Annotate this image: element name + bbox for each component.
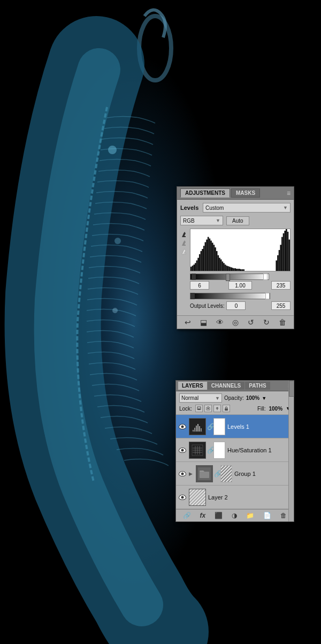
svg-rect-27 — [217, 255, 219, 271]
svg-rect-4 — [184, 236, 186, 237]
tab-channels[interactable]: CHANNELS — [208, 382, 245, 390]
auto-button[interactable]: Auto — [226, 216, 249, 225]
output-black-handle[interactable] — [190, 293, 195, 299]
layer-visibility-layer2[interactable] — [178, 493, 187, 502]
svg-rect-12 — [196, 261, 198, 271]
lock-row: Lock: Fill: 100% ▼ — [179, 405, 291, 412]
layer-item-layer2[interactable]: Layer 2 — [176, 486, 294, 509]
svg-rect-43 — [240, 269, 242, 271]
layer-visibility-group1[interactable] — [178, 469, 187, 478]
add-mask-button[interactable]: ⬛ — [215, 512, 223, 519]
lock-icons — [195, 405, 230, 412]
link-layers-button[interactable]: 🔗 — [183, 512, 191, 519]
visibility-icon[interactable]: 👁 — [216, 318, 224, 327]
lock-label: Lock: — [179, 406, 192, 412]
blend-row: Normal ▼ Opacity: 100% ▼ — [179, 393, 291, 403]
svg-rect-32 — [225, 264, 226, 271]
layer-visibility-levels1[interactable] — [178, 422, 187, 431]
layer-effects-button[interactable]: fx — [200, 512, 206, 519]
output-levels-slider[interactable] — [190, 293, 270, 299]
layer-thumb-group1 — [196, 465, 213, 482]
svg-rect-14 — [199, 254, 201, 271]
lock-all-button[interactable] — [223, 405, 230, 412]
svg-rect-45 — [243, 269, 244, 271]
white-eyedropper-button[interactable] — [180, 248, 188, 255]
svg-rect-51 — [283, 233, 285, 271]
input-levels-slider[interactable] — [190, 274, 269, 280]
lock-position-button[interactable] — [213, 405, 221, 412]
black-input-handle[interactable] — [192, 274, 196, 280]
layer-visibility-huesat1[interactable] — [178, 446, 187, 454]
layer-item-huesat1[interactable]: 🔗 Hue/Saturation 1 — [176, 438, 294, 462]
tab-adjustments[interactable]: ADJUSTMENTS — [180, 188, 230, 198]
fill-value[interactable]: 100% — [269, 406, 283, 412]
preset-dropdown[interactable]: Custom ▼ — [203, 203, 291, 213]
tab-masks[interactable]: MASKS — [231, 188, 260, 198]
layer-mask-group1 — [220, 465, 232, 482]
adjustments-panel-body: Levels Custom ▼ RGB ▼ Auto — [177, 200, 294, 315]
channel-value: RGB — [183, 218, 195, 224]
svg-rect-29 — [220, 260, 222, 271]
output-black-value[interactable] — [226, 301, 246, 310]
opacity-chevron-icon[interactable]: ▼ — [262, 396, 266, 401]
mid-input-handle[interactable] — [226, 274, 230, 281]
adjustments-panel: ADJUSTMENTS MASKS ≡ Levels Custom ▼ RGB … — [177, 186, 294, 329]
levels-label: Levels — [180, 204, 200, 211]
svg-rect-31 — [223, 263, 225, 271]
mid-input-value[interactable] — [228, 281, 252, 290]
svg-rect-24 — [213, 245, 215, 271]
layers-tabs: LAYERS CHANNELS PATHS — [178, 382, 270, 390]
svg-rect-52 — [284, 231, 286, 271]
black-input-value[interactable] — [190, 281, 209, 290]
channel-dropdown[interactable]: RGB ▼ — [180, 216, 223, 225]
output-slider-area — [180, 293, 291, 299]
svg-rect-37 — [232, 268, 233, 271]
svg-rect-25 — [215, 247, 216, 271]
lock-image-button[interactable] — [204, 405, 212, 412]
layer-item-group1[interactable]: ▶ 🔗 Group 1 — [176, 462, 294, 486]
svg-rect-44 — [242, 269, 243, 271]
gray-eyedropper-button[interactable] — [180, 239, 188, 247]
svg-rect-46 — [276, 261, 277, 271]
black-eyedropper-button[interactable] — [180, 231, 188, 238]
opacity-value[interactable]: 100% — [246, 395, 260, 401]
new-layer-button[interactable]: 📄 — [263, 512, 271, 519]
tab-layers[interactable]: LAYERS — [178, 382, 207, 390]
white-input-value[interactable] — [271, 281, 291, 290]
white-input-handle[interactable] — [263, 274, 268, 280]
histogram-svg — [190, 229, 290, 271]
redo-icon[interactable]: ↻ — [263, 318, 270, 327]
lock-transparent-button[interactable] — [195, 405, 203, 412]
svg-rect-16 — [202, 249, 203, 271]
tab-paths[interactable]: PATHS — [245, 382, 270, 390]
eye-icon-group1 — [179, 471, 186, 476]
undo-icon[interactable]: ↺ — [248, 318, 254, 327]
svg-rect-20 — [208, 237, 209, 271]
svg-rect-19 — [206, 240, 208, 271]
scrollbar-thumb[interactable] — [289, 381, 294, 397]
group-expand-icon[interactable]: ▶ — [189, 471, 193, 476]
group-thumb-svg — [198, 467, 211, 480]
output-white-handle[interactable] — [265, 293, 270, 299]
delete-layer-button[interactable]: 🗑 — [280, 512, 287, 519]
preview-icon[interactable]: ◎ — [232, 318, 239, 327]
new-group-button[interactable]: 📁 — [246, 512, 254, 519]
layer-link-icon-huesat: 🔗 — [207, 446, 212, 454]
svg-rect-41 — [238, 269, 239, 271]
layer-item-levels1[interactable]: 🔗 Levels 1 — [176, 415, 294, 438]
panel-menu-icon[interactable]: ≡ — [287, 190, 291, 197]
fill-content-button[interactable]: ◑ — [232, 512, 237, 519]
blend-mode-dropdown[interactable]: Normal ▼ — [179, 393, 222, 403]
eyedropper-tools — [180, 229, 188, 271]
svg-rect-49 — [280, 245, 281, 271]
layer-thumb-layer2 — [189, 489, 206, 506]
reset-icon[interactable]: ↩ — [185, 318, 191, 327]
output-white-value[interactable] — [271, 301, 291, 310]
svg-rect-35 — [229, 267, 231, 271]
layers-scrollbar[interactable] — [288, 381, 294, 521]
delete-icon[interactable]: 🗑 — [279, 318, 286, 327]
svg-rect-36 — [230, 267, 232, 271]
clip-bottom-icon[interactable]: ⬓ — [200, 318, 207, 327]
svg-rect-21 — [209, 239, 211, 271]
layer-name-group1: Group 1 — [234, 471, 292, 477]
